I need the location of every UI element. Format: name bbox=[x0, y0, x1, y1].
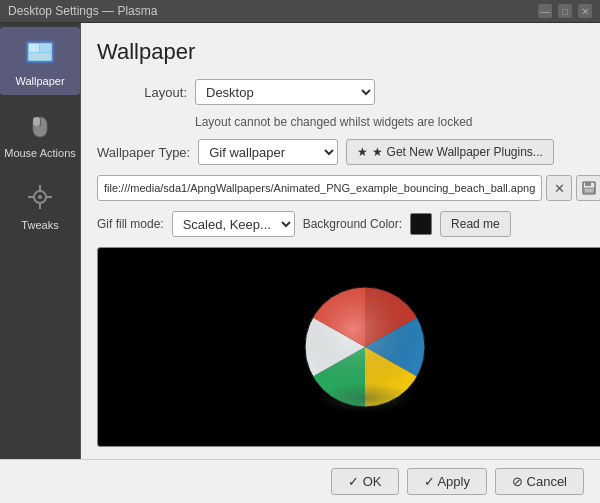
minimize-button[interactable]: — bbox=[538, 4, 552, 18]
get-plugins-button[interactable]: ★ ★ Get New Wallpaper Plugins... bbox=[346, 139, 554, 165]
wallpaper-type-row: Wallpaper Type: Gif wallpaper ★ ★ Get Ne… bbox=[97, 139, 600, 165]
page-title: Wallpaper bbox=[97, 39, 600, 65]
svg-rect-16 bbox=[584, 188, 594, 193]
sidebar-tweaks-label: Tweaks bbox=[21, 219, 58, 231]
sidebar-item-tweaks[interactable]: Tweaks bbox=[0, 171, 80, 239]
save-file-button[interactable] bbox=[576, 175, 600, 201]
sidebar-wallpaper-label: Wallpaper bbox=[15, 75, 64, 87]
sidebar-mouse-label: Mouse Actions bbox=[4, 147, 76, 159]
tweaks-icon bbox=[22, 179, 58, 215]
svg-rect-7 bbox=[33, 117, 40, 126]
ok-button[interactable]: ✓ OK bbox=[331, 468, 398, 495]
read-me-button[interactable]: Read me bbox=[440, 211, 511, 237]
mouse-icon bbox=[22, 107, 58, 143]
layout-row: Layout: Desktop bbox=[97, 79, 600, 105]
svg-point-9 bbox=[38, 195, 42, 199]
sidebar-item-mouse-actions[interactable]: Mouse Actions bbox=[0, 99, 80, 167]
clear-file-button[interactable]: ✕ bbox=[546, 175, 572, 201]
ball-reflection bbox=[315, 383, 415, 413]
file-path-row: file:///media/sda1/ApngWallpapers/Animat… bbox=[97, 175, 600, 201]
star-icon: ★ bbox=[357, 145, 368, 159]
lock-warning: Layout cannot be changed whilst widgets … bbox=[195, 115, 473, 129]
gif-fill-label: Gif fill mode: bbox=[97, 217, 164, 231]
background-color-picker[interactable] bbox=[410, 213, 432, 235]
get-plugins-label: ★ Get New Wallpaper Plugins... bbox=[372, 145, 543, 159]
window-controls: — □ ✕ bbox=[538, 4, 592, 18]
title-bar: Desktop Settings — Plasma — □ ✕ bbox=[0, 0, 600, 23]
fill-mode-row: Gif fill mode: Scaled, Keep... Backgroun… bbox=[97, 211, 600, 237]
wallpaper-icon bbox=[22, 35, 58, 71]
apply-button[interactable]: ✓ Apply bbox=[407, 468, 487, 495]
wallpaper-type-select[interactable]: Gif wallpaper bbox=[198, 139, 338, 165]
wallpaper-type-label: Wallpaper Type: bbox=[97, 145, 190, 160]
svg-rect-4 bbox=[29, 53, 51, 60]
gif-fill-select[interactable]: Scaled, Keep... bbox=[172, 211, 295, 237]
file-path-display: file:///media/sda1/ApngWallpapers/Animat… bbox=[97, 175, 542, 201]
content-area: Wallpaper Layout: Desktop Layout cannot … bbox=[81, 23, 600, 459]
sidebar: Wallpaper Mouse Actions bbox=[0, 23, 81, 459]
cancel-button[interactable]: ⊘ Cancel bbox=[495, 468, 584, 495]
layout-label: Layout: bbox=[97, 85, 187, 100]
sidebar-item-wallpaper[interactable]: Wallpaper bbox=[0, 27, 80, 95]
svg-rect-15 bbox=[585, 182, 591, 186]
warning-row: Layout cannot be changed whilst widgets … bbox=[97, 115, 600, 129]
file-path-text: file:///media/sda1/ApngWallpapers/Animat… bbox=[104, 182, 535, 194]
bottom-bar: ✓ OK ✓ Apply ⊘ Cancel bbox=[0, 459, 600, 503]
bg-color-label: Background Color: bbox=[303, 217, 402, 231]
main-layout: Wallpaper Mouse Actions bbox=[0, 23, 600, 459]
maximize-button[interactable]: □ bbox=[558, 4, 572, 18]
close-button[interactable]: ✕ bbox=[578, 4, 592, 18]
title-text: Desktop Settings — Plasma bbox=[8, 4, 157, 18]
svg-rect-2 bbox=[29, 44, 39, 52]
layout-select[interactable]: Desktop bbox=[195, 79, 375, 105]
wallpaper-preview bbox=[97, 247, 600, 447]
svg-rect-3 bbox=[40, 44, 51, 52]
